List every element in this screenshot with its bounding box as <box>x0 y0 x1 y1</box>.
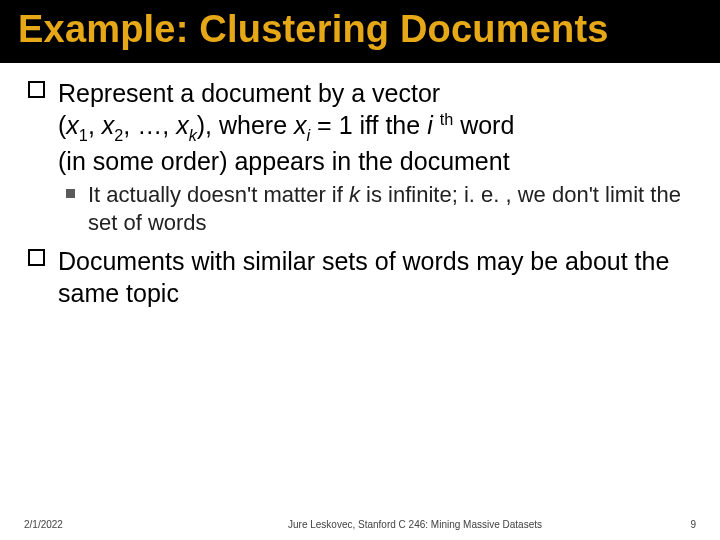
slide-body: Represent a document by a vector (x1, x2… <box>0 63 720 540</box>
bullet-documents: Documents with similar sets of words may… <box>28 245 692 309</box>
var-x: x <box>66 111 79 139</box>
slide: Example: Clustering Documents Represent … <box>0 0 720 540</box>
slide-number: 9 <box>656 519 696 530</box>
bullet-represent: Represent a document by a vector (x1, x2… <box>28 77 692 177</box>
word: word <box>453 111 514 139</box>
word: Represent <box>58 79 173 107</box>
word: Documents <box>58 247 184 275</box>
checkbox-icon <box>28 249 45 266</box>
var-x: x <box>102 111 115 139</box>
word: , <box>88 111 102 139</box>
slide-title: Example: Clustering Documents <box>18 8 702 51</box>
bullet-text: It actually doesn't matter if k is infin… <box>88 182 681 235</box>
subscript: i <box>307 126 311 144</box>
sub-bullet: It actually doesn't matter if k is infin… <box>28 181 692 237</box>
superscript: th <box>440 110 454 128</box>
var-k: k <box>349 182 360 207</box>
var-x: x <box>294 111 307 139</box>
footer: 2/1/2022 Jure Leskovec, Stanford C 246: … <box>0 519 720 530</box>
subscript: 2 <box>114 126 123 144</box>
footer-date: 2/1/2022 <box>24 519 174 530</box>
title-bar: Example: Clustering Documents <box>0 0 720 63</box>
subscript: k <box>189 126 197 144</box>
word: = 1 iff the <box>310 111 427 139</box>
checkbox-icon <box>28 81 45 98</box>
bullet-text: Documents with similar sets of words may… <box>58 247 669 307</box>
word: (in some order) appears in the document <box>58 147 510 175</box>
var-x: x <box>176 111 189 139</box>
bullet-text: Represent a document by a vector (x1, x2… <box>58 79 514 175</box>
word: a document by a vector <box>173 79 440 107</box>
square-bullet-icon <box>66 189 75 198</box>
word: It actually doesn't matter if <box>88 182 349 207</box>
word: ), where <box>197 111 294 139</box>
footer-attribution: Jure Leskovec, Stanford C 246: Mining Ma… <box>174 519 656 530</box>
var-i: i <box>427 111 440 139</box>
word: , …, <box>123 111 176 139</box>
subscript: 1 <box>79 126 88 144</box>
